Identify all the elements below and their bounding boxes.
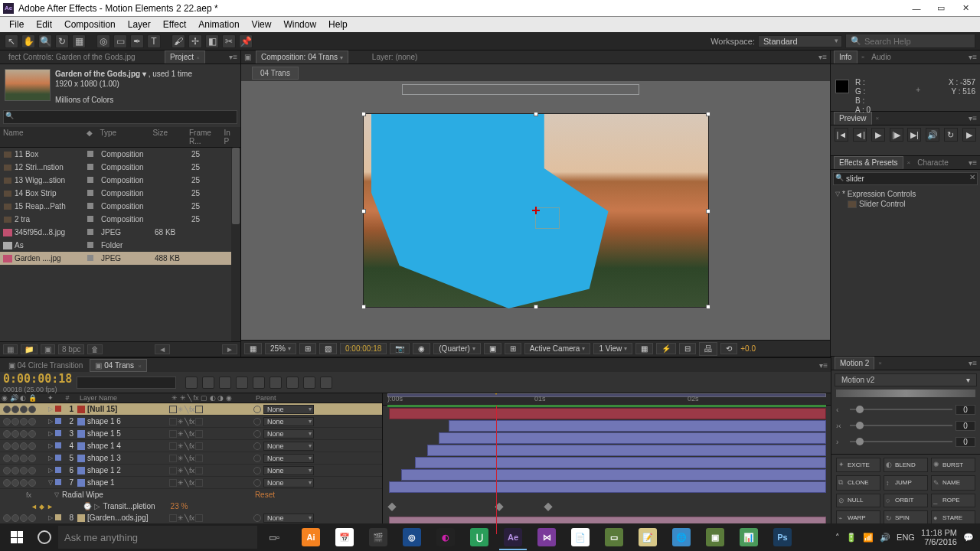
reset-link[interactable]: Reset: [255, 491, 275, 499]
close-icon[interactable]: ×: [907, 159, 911, 166]
comp-nav-icon[interactable]: ▣: [244, 53, 251, 61]
label-color-icon[interactable]: [77, 442, 85, 450]
taskbar-app[interactable]: Ps: [766, 524, 799, 550]
playhead[interactable]: [496, 406, 497, 534]
work-area-bar[interactable]: [387, 393, 826, 397]
transform-handle[interactable]: [706, 209, 710, 214]
menu-animation[interactable]: Animation: [192, 18, 245, 31]
roto-tool-icon[interactable]: ✂: [222, 34, 236, 48]
motion-blend-button[interactable]: ◐BLEND: [884, 458, 928, 472]
menu-composition[interactable]: Composition: [58, 18, 122, 31]
frame-blend-icon[interactable]: [236, 377, 248, 389]
property-value[interactable]: 23 %: [171, 502, 188, 510]
taskbar-app[interactable]: Ae: [496, 524, 530, 550]
motion-slider[interactable]: [850, 409, 952, 410]
panel-menu-icon[interactable]: ▾≡: [818, 53, 827, 61]
project-item[interactable]: Garden ....jpg JPEG 488 KB: [0, 252, 240, 265]
motion-orbit-button[interactable]: ○ORBIT: [884, 494, 928, 508]
mute-button[interactable]: 🔊: [926, 128, 939, 142]
effect-row[interactable]: fx▽Radial WipeReset: [0, 489, 382, 500]
visibility-toggle-icon[interactable]: [3, 442, 11, 450]
label-color-icon[interactable]: [77, 430, 85, 438]
taskbar-app[interactable]: 📊: [732, 524, 766, 550]
selection-tool-icon[interactable]: ↖: [5, 34, 18, 48]
motion-blur-icon[interactable]: [253, 377, 265, 389]
exposure-value[interactable]: +0.0: [740, 344, 756, 353]
expand-arrow-icon[interactable]: ▷: [46, 514, 55, 521]
anchor-point-icon[interactable]: [532, 207, 540, 214]
composition-tab[interactable]: Composition: 04 Trans ▾: [256, 51, 348, 64]
taskbar-app[interactable]: ⋈: [530, 524, 564, 550]
tray-chevron-icon[interactable]: ˄: [835, 533, 840, 543]
pickwhip-icon[interactable]: [253, 406, 261, 413]
notifications-icon[interactable]: 💬: [963, 533, 974, 543]
composition-frame[interactable]: [363, 113, 709, 308]
comp-breadcrumb[interactable]: 04 Trans: [252, 67, 299, 80]
menu-window[interactable]: Window: [277, 18, 322, 31]
scroll-right-icon[interactable]: ►: [222, 344, 237, 354]
project-item[interactable]: 15 Reap...Path Composition 25: [0, 200, 240, 213]
tray-volume-icon[interactable]: 🔊: [880, 533, 890, 543]
effects-search-input[interactable]: [833, 172, 978, 185]
taskbar-app[interactable]: 🌐: [665, 524, 698, 550]
project-scrollbar[interactable]: [231, 148, 240, 341]
property-row[interactable]: ◄ ◆ ►⌚ ▷Transit...pletion23 %: [0, 500, 382, 512]
transform-handle[interactable]: [361, 112, 366, 116]
expand-arrow-icon[interactable]: ▷: [46, 442, 55, 449]
layer-bar[interactable]: [427, 445, 826, 456]
transform-handle[interactable]: [361, 209, 366, 214]
parent-dropdown[interactable]: None: [263, 442, 314, 451]
puppet-tool-icon[interactable]: 📌: [239, 34, 253, 48]
current-timecode[interactable]: 0:00:00:18: [3, 372, 72, 386]
close-icon[interactable]: ×: [861, 54, 865, 60]
composition-viewport[interactable]: [241, 81, 830, 340]
shape-tool-icon[interactable]: ▭: [113, 34, 127, 48]
layer-bar[interactable]: [389, 408, 826, 419]
clone-tool-icon[interactable]: ✢: [188, 34, 202, 48]
close-icon[interactable]: ×: [876, 115, 880, 122]
channel-icon[interactable]: ◉: [413, 343, 430, 354]
zoom-tool-icon[interactable]: 🔍: [38, 34, 52, 48]
effects-category[interactable]: ▽* Expression Controls: [834, 189, 977, 199]
character-tab[interactable]: Characte: [912, 156, 954, 169]
taskbar-app[interactable]: 🎬: [361, 524, 395, 550]
visibility-toggle-icon[interactable]: [3, 455, 11, 462]
flowchart-icon[interactable]: 品: [699, 342, 717, 356]
taskbar-app[interactable]: 📅: [328, 524, 361, 550]
transform-handle[interactable]: [534, 305, 538, 309]
project-item[interactable]: 14 Box Strip Composition 25: [0, 187, 240, 200]
motion-jump-button[interactable]: ↕JUMP: [884, 475, 928, 491]
audio-tab[interactable]: Audio: [866, 51, 897, 64]
ram-preview-button[interactable]: ▶: [962, 128, 976, 142]
auto-keyframe-icon[interactable]: [303, 377, 315, 389]
search-help-input[interactable]: [864, 37, 970, 46]
menu-help[interactable]: Help: [322, 18, 354, 31]
pickwhip-icon[interactable]: [253, 467, 261, 474]
layer-bar[interactable]: [389, 481, 826, 493]
brush-tool-icon[interactable]: 🖌: [172, 34, 185, 48]
resolution-icon[interactable]: ⊞: [299, 343, 316, 354]
timeline-tab[interactable]: ▣ 04 Trans ×: [90, 359, 147, 372]
close-icon[interactable]: ×: [136, 363, 142, 370]
project-item[interactable]: 345f95d...8.jpg JPEG 68 KB: [0, 226, 240, 239]
reset-exposure-icon[interactable]: ⟲: [720, 343, 737, 354]
panel-menu-icon[interactable]: ▾≡: [819, 361, 828, 370]
visibility-toggle-icon[interactable]: [3, 467, 11, 474]
delete-icon[interactable]: 🗑: [87, 344, 103, 354]
fast-preview-icon[interactable]: ⚡: [656, 343, 676, 354]
project-item[interactable]: 11 Box Composition 25: [0, 148, 240, 161]
motion-slider[interactable]: [850, 441, 952, 442]
timeline-icon[interactable]: ⊟: [679, 343, 696, 354]
label-color-icon[interactable]: [77, 467, 85, 474]
parent-dropdown[interactable]: None: [263, 429, 314, 439]
grid-toggle-icon[interactable]: ⊞: [505, 343, 521, 354]
pickwhip-icon[interactable]: [253, 418, 261, 425]
label-color-icon[interactable]: [77, 406, 85, 413]
expand-arrow-icon[interactable]: ▷: [46, 455, 55, 461]
effects-presets-tab[interactable]: Effects & Presets: [834, 156, 903, 169]
workspace-dropdown[interactable]: Standard: [758, 35, 842, 47]
timeline-tab[interactable]: ▣ 04 Circle Transition: [3, 359, 88, 372]
tray-wifi-icon[interactable]: 📶: [863, 533, 874, 543]
visibility-toggle-icon[interactable]: [3, 430, 11, 438]
motion-name-button[interactable]: ✎NAME: [931, 475, 975, 491]
